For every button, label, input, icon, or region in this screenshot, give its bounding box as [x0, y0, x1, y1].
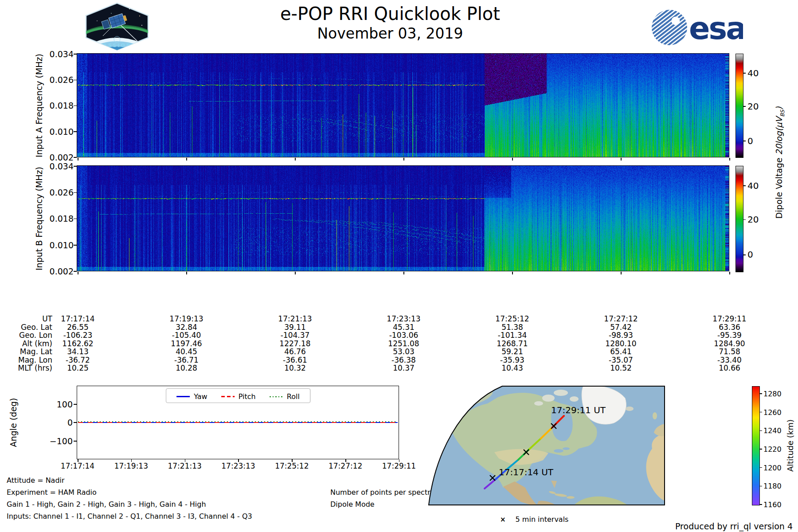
- ephemeris-value: -36.71: [132, 356, 241, 364]
- x-marker-icon: ×: [500, 516, 506, 524]
- ephemeris-value: 26.55: [23, 323, 132, 332]
- angle-xtick: 17:21:13: [156, 462, 214, 470]
- axis-tick-mark: [759, 449, 762, 450]
- axis-tick-mark: [78, 459, 78, 462]
- axis-tick-mark: [743, 106, 746, 107]
- axis-tick-mark: [185, 459, 186, 462]
- axis-tick-mark: [74, 219, 77, 219]
- gains-text: Gain 1 - High, Gain 2 - High, Gain 3 - H…: [7, 500, 206, 509]
- angle-ytick: −100: [47, 437, 73, 446]
- ephemeris-value: 17:25:12: [458, 315, 567, 323]
- pitch-line-sample: [221, 396, 235, 397]
- axis-tick-mark: [74, 157, 77, 158]
- spec-b-ytick: 0.026: [42, 188, 74, 197]
- altitude-colorbar: [752, 386, 760, 505]
- axis-tick-mark: [74, 106, 77, 106]
- spec-b-ylabel: Input B Frequency (MHz): [34, 167, 44, 270]
- axis-tick-mark: [131, 459, 132, 462]
- axis-tick-mark: [74, 404, 77, 405]
- dipole-cbar-tick: 0: [747, 250, 753, 259]
- ephemeris-value: 1162.62: [23, 340, 132, 348]
- axis-tick-mark: [743, 141, 746, 141]
- attitude-text: Attitude = Nadir: [7, 476, 65, 485]
- dipole-mode-text: Dipole Mode: [330, 500, 375, 509]
- ephemeris-value: 34.13: [23, 348, 132, 356]
- ephemeris-value: 45.31: [349, 323, 458, 332]
- cassiope-mission-patch: CASSIOPE: [83, 2, 151, 51]
- ephemeris-value: -103.06: [349, 331, 458, 340]
- angle-xtick: 17:17:14: [49, 462, 106, 470]
- ephemeris-value: 46.76: [241, 348, 349, 356]
- ephemeris-value: 1197.46: [132, 340, 241, 348]
- angle-ytick: 0: [47, 418, 73, 427]
- quicklook-figure: CASSIOPE e-POP RRI Quicklook Plot Novemb…: [0, 0, 798, 532]
- dipole-label-close: ): [774, 107, 784, 110]
- experiment-text: Experiment = HAM Radio: [7, 488, 97, 497]
- spectrogram-a-canvas: [77, 54, 729, 157]
- ephemeris-value: 10.52: [567, 364, 675, 372]
- ephemeris-value: 57.42: [567, 323, 675, 332]
- produced-by-text: Produced by rri_ql version 4: [675, 521, 793, 531]
- esa-logo-text: esa: [689, 10, 743, 47]
- angle-ytick: 100: [47, 400, 73, 409]
- ephemeris-value: 71.58: [675, 348, 784, 356]
- ephemeris-value: 17:29:11: [675, 315, 784, 323]
- roll-line-sample: [270, 396, 283, 398]
- ephemeris-value: 10.32: [241, 364, 349, 372]
- interval-legend-text: 5 min intervals: [516, 515, 569, 524]
- interval-legend: × 5 min intervals: [500, 515, 568, 524]
- ephemeris-value: 10.37: [349, 364, 458, 372]
- spec-b-ytick: 0.002: [42, 267, 74, 276]
- axis-tick-mark: [74, 54, 77, 55]
- altitude-tick: 1180: [763, 482, 782, 490]
- axis-tick-mark: [74, 192, 77, 193]
- roll-line: [78, 421, 398, 422]
- ephemeris-value: -36.72: [23, 356, 132, 364]
- axis-tick-mark: [399, 459, 400, 462]
- axis-tick-mark: [759, 430, 762, 431]
- altitude-tick: 1160: [763, 501, 782, 509]
- ephemeris-value: 51.38: [458, 323, 567, 332]
- ephemeris-value: 39.11: [241, 323, 349, 332]
- angle-legend: Yaw Pitch Roll: [166, 388, 310, 403]
- track-start-label: 17:17:14 UT: [499, 467, 554, 477]
- dipole-cbar-tick: 40: [747, 181, 759, 191]
- ephemeris-value: -106.23: [23, 331, 132, 340]
- legend-label-roll: Roll: [287, 392, 300, 401]
- dipole-cbar-tick: 20: [747, 102, 759, 111]
- ephemeris-value: 1251.08: [349, 340, 458, 348]
- axis-tick-mark: [759, 412, 762, 413]
- axis-tick-mark: [186, 272, 187, 274]
- spec-a-ytick: 0.002: [42, 153, 74, 162]
- ephemeris-value: -36.38: [349, 356, 458, 364]
- dipole-colorbar-b: [735, 166, 743, 272]
- altitude-tick: 1280: [763, 390, 782, 398]
- esa-globe-icon: [652, 10, 687, 45]
- ephemeris-value: -33.40: [675, 356, 784, 364]
- ephemeris-value: -95.39: [675, 331, 784, 340]
- axis-tick-mark: [403, 272, 404, 274]
- angle-xtick: 17:25:12: [263, 462, 321, 470]
- axis-tick-mark: [78, 158, 78, 160]
- axis-tick-mark: [74, 271, 77, 272]
- ephemeris-value: 1284.90: [675, 340, 784, 348]
- dipole-cbar-tick: 40: [747, 68, 759, 78]
- ephemeris-value: -98.93: [567, 331, 675, 340]
- axis-tick-mark: [345, 459, 346, 462]
- axis-tick-mark: [512, 272, 513, 274]
- page-subtitle: November 03, 2019: [317, 25, 463, 42]
- angle-xtick: 17:29:11: [370, 462, 428, 470]
- ephemeris-value: 17:21:13: [241, 315, 349, 323]
- spec-a-ytick: 0.018: [42, 101, 74, 110]
- ephemeris-value: 10.25: [23, 364, 132, 372]
- ground-track-map: 17:17:14 UT 17:29:11 UT: [428, 386, 665, 505]
- ephemeris-value: -35.07: [567, 356, 675, 364]
- axis-tick-mark: [292, 459, 293, 462]
- ephemeris-value: -105.40: [132, 331, 241, 340]
- angle-xtick: 17:23:13: [209, 462, 267, 470]
- spec-b-ytick: 0.010: [42, 241, 74, 250]
- axis-tick-mark: [729, 158, 730, 160]
- dipole-label-math: 20log(μV: [774, 117, 784, 155]
- ephemeris-value: 17:27:12: [567, 315, 675, 323]
- pitch-line: [78, 422, 398, 423]
